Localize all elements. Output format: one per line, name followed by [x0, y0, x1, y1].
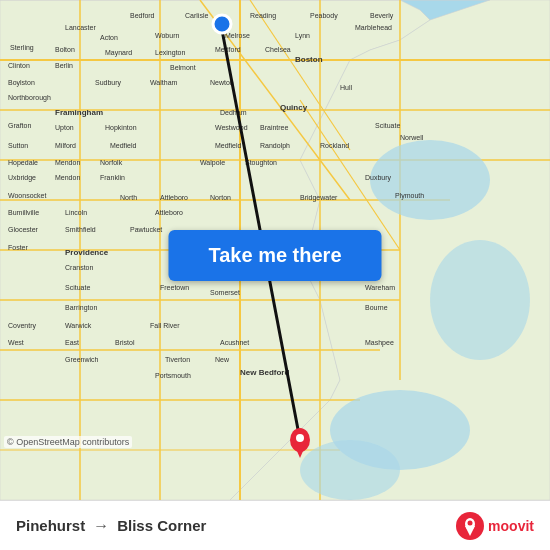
svg-text:Portsmouth: Portsmouth: [155, 372, 191, 379]
svg-text:Bedford: Bedford: [130, 12, 155, 19]
svg-text:Belmont: Belmont: [170, 64, 196, 71]
moovit-logo-icon: [456, 512, 484, 540]
svg-text:Scituate: Scituate: [65, 284, 90, 291]
svg-text:Beverly: Beverly: [370, 12, 394, 20]
svg-text:Berlin: Berlin: [55, 62, 73, 69]
svg-text:New Bedford: New Bedford: [240, 368, 289, 377]
svg-text:Framingham: Framingham: [55, 108, 103, 117]
svg-text:Sudbury: Sudbury: [95, 79, 122, 87]
svg-text:Braintree: Braintree: [260, 124, 289, 131]
svg-text:Foster: Foster: [8, 244, 29, 251]
svg-point-21: [430, 240, 530, 360]
svg-text:Hopkinton: Hopkinton: [105, 124, 137, 132]
svg-text:Coventry: Coventry: [8, 322, 37, 330]
svg-text:Mashpee: Mashpee: [365, 339, 394, 347]
svg-text:Norton: Norton: [210, 194, 231, 201]
svg-text:Sutton: Sutton: [8, 142, 28, 149]
svg-text:Woonsocket: Woonsocket: [8, 192, 46, 199]
svg-text:North: North: [120, 194, 137, 201]
svg-text:Glocester: Glocester: [8, 226, 39, 233]
svg-text:Cranston: Cranston: [65, 264, 94, 271]
svg-point-121: [468, 520, 473, 525]
svg-text:Attleboro: Attleboro: [160, 194, 188, 201]
map-container: Carlisle Bedford Reading Peabody Beverly…: [0, 0, 550, 500]
svg-text:Woburn: Woburn: [155, 32, 179, 39]
svg-text:Bridgewater: Bridgewater: [300, 194, 338, 202]
svg-text:Peabody: Peabody: [310, 12, 338, 20]
svg-text:Norfolk: Norfolk: [100, 159, 123, 166]
svg-text:West: West: [8, 339, 24, 346]
svg-text:Warwick: Warwick: [65, 322, 92, 329]
svg-text:Northborough: Northborough: [8, 94, 51, 102]
svg-text:Acushnet: Acushnet: [220, 339, 249, 346]
svg-text:Providence: Providence: [65, 248, 109, 257]
svg-text:Medfield: Medfield: [215, 142, 242, 149]
moovit-brand-text: moovit: [488, 518, 534, 534]
svg-text:Norwell: Norwell: [400, 134, 424, 141]
svg-text:Carlisle: Carlisle: [185, 12, 208, 19]
svg-point-23: [300, 440, 400, 500]
svg-text:Boston: Boston: [295, 55, 323, 64]
svg-text:Maynard: Maynard: [105, 49, 132, 57]
svg-text:Acton: Acton: [100, 34, 118, 41]
destination-label: Bliss Corner: [117, 517, 206, 534]
svg-text:Attleboro: Attleboro: [155, 209, 183, 216]
svg-text:Mendon: Mendon: [55, 174, 80, 181]
svg-text:Smithfield: Smithfield: [65, 226, 96, 233]
svg-text:Medfield: Medfield: [110, 142, 137, 149]
svg-text:Clinton: Clinton: [8, 62, 30, 69]
svg-text:Freetown: Freetown: [160, 284, 189, 291]
svg-text:New: New: [215, 356, 230, 363]
svg-text:East: East: [65, 339, 79, 346]
svg-text:Chelsea: Chelsea: [265, 46, 291, 53]
svg-text:Lynn: Lynn: [295, 32, 310, 40]
svg-text:Franklin: Franklin: [100, 174, 125, 181]
svg-text:Wareham: Wareham: [365, 284, 395, 291]
footer-route-info: Pinehurst → Bliss Corner: [16, 517, 206, 535]
origin-label: Pinehurst: [16, 517, 85, 534]
arrow-icon: →: [93, 517, 109, 535]
svg-text:Stoughton: Stoughton: [245, 159, 277, 167]
svg-text:Hull: Hull: [340, 84, 353, 91]
svg-text:Scituate: Scituate: [375, 122, 400, 129]
svg-text:Greenwich: Greenwich: [65, 356, 99, 363]
svg-text:Grafton: Grafton: [8, 122, 31, 129]
svg-text:Upton: Upton: [55, 124, 74, 132]
svg-text:Bristol: Bristol: [115, 339, 135, 346]
svg-text:Milford: Milford: [55, 142, 76, 149]
svg-text:Hopedale: Hopedale: [8, 159, 38, 167]
svg-text:Rockland: Rockland: [320, 142, 349, 149]
svg-text:Lancaster: Lancaster: [65, 24, 96, 31]
svg-text:Boylston: Boylston: [8, 79, 35, 87]
take-me-there-button[interactable]: Take me there: [168, 230, 381, 281]
svg-text:Fall River: Fall River: [150, 322, 180, 329]
svg-text:Dedham: Dedham: [220, 109, 247, 116]
svg-text:Lexington: Lexington: [155, 49, 185, 57]
svg-text:Quincy: Quincy: [280, 103, 308, 112]
map-attribution: © OpenStreetMap contributors: [4, 436, 132, 448]
svg-text:Tiverton: Tiverton: [165, 356, 190, 363]
svg-text:Duxbury: Duxbury: [365, 174, 392, 182]
svg-point-117: [296, 434, 304, 442]
svg-point-114: [213, 15, 231, 33]
svg-text:Bourne: Bourne: [365, 304, 388, 311]
svg-text:Somerset: Somerset: [210, 289, 240, 296]
svg-text:Lincoln: Lincoln: [65, 209, 87, 216]
svg-text:Sterling: Sterling: [10, 44, 34, 52]
footer-bar: Pinehurst → Bliss Corner moovit: [0, 500, 550, 550]
svg-text:Mendon: Mendon: [55, 159, 80, 166]
svg-text:Melrose: Melrose: [225, 32, 250, 39]
svg-text:Bumillville: Bumillville: [8, 209, 39, 216]
svg-text:Reading: Reading: [250, 12, 276, 20]
moovit-logo: moovit: [456, 512, 534, 540]
svg-text:Westwood: Westwood: [215, 124, 248, 131]
svg-text:Bolton: Bolton: [55, 46, 75, 53]
svg-text:Waltham: Waltham: [150, 79, 178, 86]
svg-text:Uxbridge: Uxbridge: [8, 174, 36, 182]
svg-text:Medford: Medford: [215, 46, 241, 53]
svg-text:Walpole: Walpole: [200, 159, 225, 167]
svg-text:Pawtucket: Pawtucket: [130, 226, 162, 233]
svg-text:Barrington: Barrington: [65, 304, 97, 312]
svg-text:Randolph: Randolph: [260, 142, 290, 150]
svg-text:Marblehead: Marblehead: [355, 24, 392, 31]
